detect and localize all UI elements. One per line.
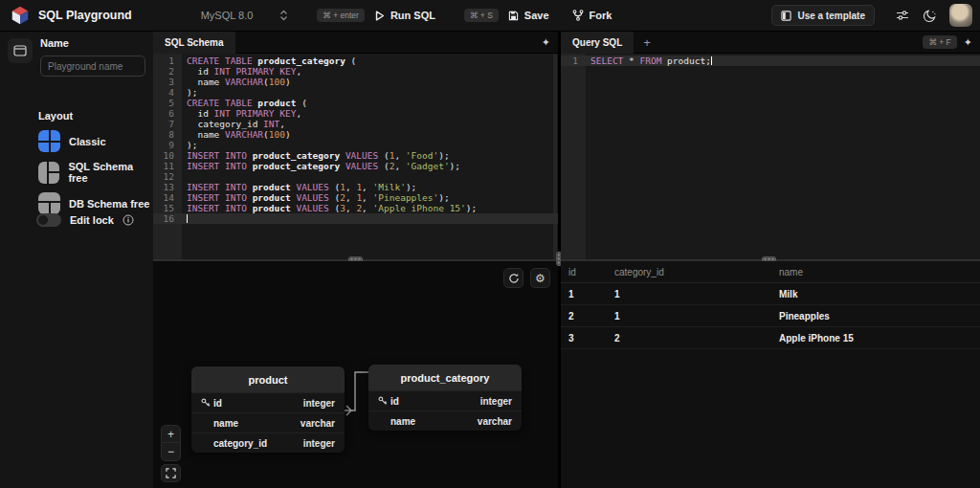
- column-type: integer: [480, 396, 512, 407]
- layout-label: Layout: [38, 110, 153, 122]
- format-sql-icon[interactable]: ✦: [542, 36, 550, 49]
- fork-icon: [572, 10, 584, 21]
- code-text: category_id INT,: [182, 119, 285, 129]
- table-row[interactable]: 11Milk: [561, 283, 980, 305]
- format-sql-icon[interactable]: ✦: [964, 36, 972, 49]
- code-line[interactable]: 16: [153, 213, 558, 224]
- preferences-button[interactable]: [892, 5, 913, 26]
- line-number: 14: [153, 192, 182, 203]
- query-tabbar: Query SQL + ⌘ + F ✦: [561, 32, 980, 54]
- diagram-settings-button[interactable]: ⚙: [530, 268, 550, 288]
- line-number: 1: [561, 55, 586, 66]
- line-number: 6: [153, 108, 182, 119]
- fork-label: Fork: [590, 10, 612, 21]
- code-line[interactable]: 5CREATE TABLE product (: [153, 98, 558, 108]
- line-number: 12: [153, 171, 182, 182]
- code-line[interactable]: 1CREATE TABLE product_category (: [153, 55, 558, 66]
- code-line[interactable]: 15INSERT INTO product VALUES (3, 2, 'App…: [153, 203, 558, 213]
- edit-lock-toggle[interactable]: [36, 213, 61, 227]
- playground-name-input[interactable]: [40, 55, 145, 77]
- line-number: 15: [153, 203, 182, 213]
- line-number: 1: [153, 55, 182, 66]
- layout-option-sql-schema-free[interactable]: SQL Schema free: [38, 161, 153, 184]
- er-diagram-canvas[interactable]: productidintegernamevarcharcategory_idin…: [153, 261, 558, 488]
- gear-icon: ⚙: [535, 272, 546, 285]
- code-line[interactable]: 6 id INT PRIMARY KEY,: [153, 108, 558, 119]
- layout-thumbnail-icon: [38, 162, 59, 184]
- code-text: INSERT INTO product VALUES (3, 2, 'Apple…: [182, 203, 477, 213]
- line-number: 4: [153, 87, 182, 98]
- info-icon[interactable]: [122, 214, 134, 226]
- code-text: id INT PRIMARY KEY,: [182, 66, 301, 77]
- layout-option-classic[interactable]: Classic: [38, 130, 153, 152]
- column-name: category_id: [213, 438, 267, 449]
- theme-toggle-button[interactable]: [919, 5, 940, 26]
- app-logo-icon: [10, 5, 31, 26]
- save-icon: [508, 11, 519, 21]
- use-template-button[interactable]: Use a template: [771, 5, 875, 26]
- fork-button[interactable]: Fork: [572, 10, 612, 21]
- column-type: varchar: [301, 418, 335, 429]
- line-number: 10: [153, 150, 182, 161]
- line-number: 8: [153, 129, 182, 140]
- line-number: 7: [153, 119, 182, 129]
- layout-option-label: DB Schema free: [69, 198, 149, 210]
- code-text: INSERT INTO product VALUES (1, 1, 'Milk'…: [182, 182, 416, 192]
- query-sql-editor[interactable]: 1SELECT * FROM product;: [561, 54, 980, 259]
- results-column-header: name: [779, 267, 980, 277]
- code-line[interactable]: 2 id INT PRIMARY KEY,: [153, 66, 558, 77]
- column-type: integer: [303, 398, 335, 409]
- sidebar-toggle-button[interactable]: [8, 38, 33, 63]
- code-text: name VARCHAR(100): [182, 77, 291, 87]
- engine-select[interactable]: MySQL 8.0: [201, 10, 289, 21]
- zoom-in-button[interactable]: +: [161, 425, 181, 443]
- code-line[interactable]: 8 name VARCHAR(100): [153, 129, 558, 140]
- code-line[interactable]: 13INSERT INTO product VALUES (1, 1, 'Mil…: [153, 182, 558, 192]
- code-line[interactable]: 1SELECT * FROM product;: [561, 55, 980, 66]
- tab-sql-schema[interactable]: SQL Schema: [153, 32, 235, 54]
- results-cell: 2: [614, 333, 779, 344]
- diagram-table-product[interactable]: productidintegernamevarcharcategory_idin…: [191, 366, 345, 453]
- zoom-out-button[interactable]: −: [161, 443, 181, 461]
- fit-view-button[interactable]: [161, 464, 181, 482]
- diagram-refresh-button[interactable]: [503, 268, 523, 288]
- table-card-title: product_category: [368, 365, 522, 390]
- code-line[interactable]: 11INSERT INTO product_category VALUES (2…: [153, 161, 558, 171]
- code-text: CREATE TABLE product_category (: [182, 55, 356, 66]
- code-line[interactable]: 10INSERT INTO product_category VALUES (1…: [153, 150, 558, 161]
- code-line[interactable]: 3 name VARCHAR(100): [153, 77, 558, 87]
- line-number: 5: [153, 98, 182, 108]
- user-avatar[interactable]: [949, 4, 972, 27]
- code-line[interactable]: 9);: [153, 140, 558, 150]
- code-text: [182, 171, 187, 182]
- results-table: idcategory_idname 11Milk21Pineapples32Ap…: [561, 261, 980, 488]
- diagram-table-product_category[interactable]: product_categoryidintegernamevarchar: [368, 365, 522, 431]
- layout-option-label: Classic: [69, 136, 106, 147]
- code-line[interactable]: 14INSERT INTO product VALUES (2, 1, 'Pin…: [153, 192, 558, 203]
- run-sql-button[interactable]: Run SQL: [375, 10, 435, 21]
- code-text: INSERT INTO product VALUES (2, 1, 'Pinea…: [182, 192, 450, 203]
- results-cell: Milk: [779, 289, 980, 299]
- code-line[interactable]: 4);: [153, 87, 558, 98]
- column-type: varchar: [478, 416, 512, 427]
- text-cursor: [711, 56, 712, 65]
- code-text: INSERT INTO product_category VALUES (2, …: [182, 161, 460, 171]
- table-column-row: idinteger: [368, 390, 522, 410]
- code-text: name VARCHAR(100): [182, 129, 291, 140]
- code-text: [182, 213, 188, 224]
- code-line[interactable]: 12: [153, 171, 558, 182]
- column-name: id: [213, 398, 222, 409]
- layout-option-db-schema-free[interactable]: DB Schema free: [38, 192, 153, 214]
- code-text: );: [182, 87, 197, 98]
- save-button[interactable]: Save: [508, 10, 549, 21]
- add-query-tab-button[interactable]: +: [634, 35, 660, 50]
- tab-query-sql[interactable]: Query SQL: [561, 32, 634, 54]
- sql-schema-panel: SQL Schema ✦ 1CREATE TABLE product_categ…: [153, 32, 558, 488]
- moon-icon: [923, 9, 937, 23]
- sql-schema-editor[interactable]: 1CREATE TABLE product_category (2 id INT…: [153, 54, 558, 259]
- table-row[interactable]: 32Apple iPhone 15: [561, 327, 980, 349]
- code-line[interactable]: 7 category_id INT,: [153, 119, 558, 129]
- engine-label: MySQL 8.0: [201, 10, 254, 21]
- table-row[interactable]: 21Pineapples: [561, 305, 980, 327]
- line-number: 3: [153, 77, 182, 87]
